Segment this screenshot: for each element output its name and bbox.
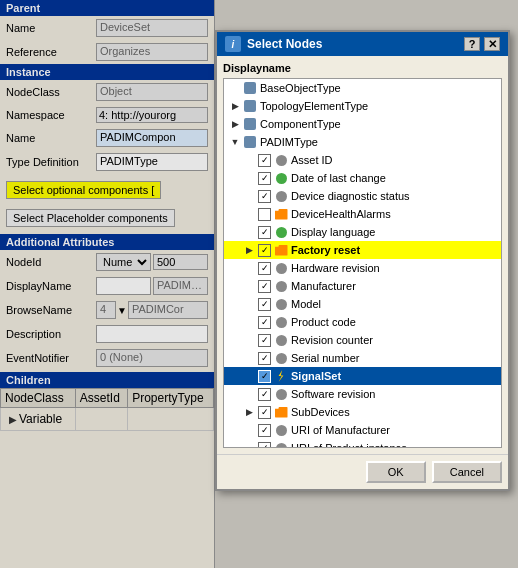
gray-circle-icon — [273, 423, 289, 437]
checkbox-assetid[interactable] — [258, 154, 271, 167]
expand-icon — [242, 207, 256, 221]
select-nodes-dialog: i Select Nodes ? ✕ Displayname BaseObjec… — [215, 30, 510, 491]
modal-titlebar: i Select Nodes ? ✕ — [217, 32, 508, 56]
tree-node-componenttype[interactable]: ▶ ComponentType — [224, 115, 501, 133]
tree-node-uriofmanufacturer[interactable]: URI of Manufacturer — [224, 421, 501, 439]
node-label: Serial number — [291, 352, 359, 364]
tree-node-uriofproductinstance[interactable]: URI of Product instance — [224, 439, 501, 448]
modal-help-btn[interactable]: ? — [464, 37, 480, 51]
expand-icon: ▶ — [242, 243, 256, 257]
tree-node-devicediagnosticstatus[interactable]: Device diagnostic status — [224, 187, 501, 205]
checkbox-revisioncounter[interactable] — [258, 334, 271, 347]
modal-title: Select Nodes — [247, 37, 322, 51]
expand-icon — [242, 297, 256, 311]
modal-close-btn[interactable]: ✕ — [484, 37, 500, 51]
node-label: SignalSet — [291, 370, 341, 382]
gray-circle-icon — [273, 279, 289, 293]
tree-node-displaylanguage[interactable]: Display language — [224, 223, 501, 241]
gray-circle-icon — [273, 441, 289, 448]
tree-node-softwarerevision[interactable]: Software revision — [224, 385, 501, 403]
expand-icon — [242, 333, 256, 347]
checkbox-signalset[interactable] — [258, 370, 271, 383]
checkbox-hardwarerevision[interactable] — [258, 262, 271, 275]
type-icon — [242, 81, 258, 95]
orange-folder-icon — [273, 207, 289, 221]
checkbox-productcode[interactable] — [258, 316, 271, 329]
checkbox-softwarerevision[interactable] — [258, 388, 271, 401]
checkbox-uriofproductinstance[interactable] — [258, 442, 271, 449]
node-label: Revision counter — [291, 334, 373, 346]
type-icon — [242, 117, 258, 131]
tree-node-assetid[interactable]: Asset ID — [224, 151, 501, 169]
gray-circle-icon — [273, 387, 289, 401]
type-icon — [242, 99, 258, 113]
tree-node-topologyelementtype[interactable]: ▶ TopologyElementType — [224, 97, 501, 115]
tree-node-model[interactable]: Model — [224, 295, 501, 313]
checkbox-displaylanguage[interactable] — [258, 226, 271, 239]
checkbox-model[interactable] — [258, 298, 271, 311]
gray-circle-icon — [273, 153, 289, 167]
expand-icon — [242, 279, 256, 293]
expand-icon: ▶ — [228, 117, 242, 131]
tree-node-subdevices[interactable]: ▶ SubDevices — [224, 403, 501, 421]
checkbox-devicediagnosticstatus[interactable] — [258, 190, 271, 203]
node-label: URI of Manufacturer — [291, 424, 390, 436]
orange-folder-icon — [273, 405, 289, 419]
node-label: SubDevices — [291, 406, 350, 418]
node-label: Display language — [291, 226, 375, 238]
checkbox-serialnumber[interactable] — [258, 352, 271, 365]
cancel-button[interactable]: Cancel — [432, 461, 502, 483]
node-label: Model — [291, 298, 321, 310]
checkbox-subdevices[interactable] — [258, 406, 271, 419]
modal-title-left: i Select Nodes — [225, 36, 322, 52]
tree-node-signalset[interactable]: SignalSet — [224, 367, 501, 385]
gray-circle-icon — [273, 261, 289, 275]
tree-node-dateoflastchange[interactable]: Date of last change — [224, 169, 501, 187]
green-circle-icon — [273, 225, 289, 239]
tree-node-productcode[interactable]: Product code — [224, 313, 501, 331]
tree-node-factoryreset[interactable]: ▶ Factory reset — [224, 241, 501, 259]
expand-icon — [242, 387, 256, 401]
gray-circle-icon — [273, 297, 289, 311]
expand-icon — [242, 369, 256, 383]
expand-icon — [242, 225, 256, 239]
type-icon — [242, 135, 258, 149]
tree-node-revisioncounter[interactable]: Revision counter — [224, 331, 501, 349]
tree-node-serialnumber[interactable]: Serial number — [224, 349, 501, 367]
gray-circle-icon — [273, 351, 289, 365]
checkbox-manufacturer[interactable] — [258, 280, 271, 293]
expand-icon — [228, 81, 242, 95]
gray-circle-icon — [273, 315, 289, 329]
node-label: DeviceHealthAlarms — [291, 208, 391, 220]
displayname-section-label: Displayname — [223, 62, 502, 74]
modal-content: Displayname BaseObjectType ▶ TopologyEle… — [217, 56, 508, 454]
node-label: BaseObjectType — [260, 82, 341, 94]
lightning-icon — [273, 369, 289, 383]
tree-node-baseobjecttype[interactable]: BaseObjectType — [224, 79, 501, 97]
checkbox-factoryreset[interactable] — [258, 244, 271, 257]
tree-node-padimtype[interactable]: ▼ PADIMType — [224, 133, 501, 151]
gray-circle-icon — [273, 189, 289, 203]
checkbox-uriofmanufacturer[interactable] — [258, 424, 271, 437]
expand-icon: ▶ — [242, 405, 256, 419]
modal-app-icon: i — [225, 36, 241, 52]
orange-folder-icon — [273, 243, 289, 257]
expand-icon — [242, 315, 256, 329]
expand-icon — [242, 423, 256, 437]
tree-node-manufacturer[interactable]: Manufacturer — [224, 277, 501, 295]
checkbox-devicehealthalarms[interactable] — [258, 208, 271, 221]
ok-button[interactable]: OK — [366, 461, 426, 483]
tree-node-hardwarerevision[interactable]: Hardware revision — [224, 259, 501, 277]
node-label: Device diagnostic status — [291, 190, 410, 202]
node-label: Factory reset — [291, 244, 360, 256]
node-label: PADIMType — [260, 136, 318, 148]
node-label: Hardware revision — [291, 262, 380, 274]
checkbox-dateoflastchange[interactable] — [258, 172, 271, 185]
expand-icon: ▶ — [228, 99, 242, 113]
green-circle-icon — [273, 171, 289, 185]
tree-node-devicehealthalarms[interactable]: DeviceHealthAlarms — [224, 205, 501, 223]
node-label: Date of last change — [291, 172, 386, 184]
expand-icon: ▼ — [228, 135, 242, 149]
tree-container[interactable]: BaseObjectType ▶ TopologyElementType ▶ C… — [223, 78, 502, 448]
expand-icon — [242, 351, 256, 365]
